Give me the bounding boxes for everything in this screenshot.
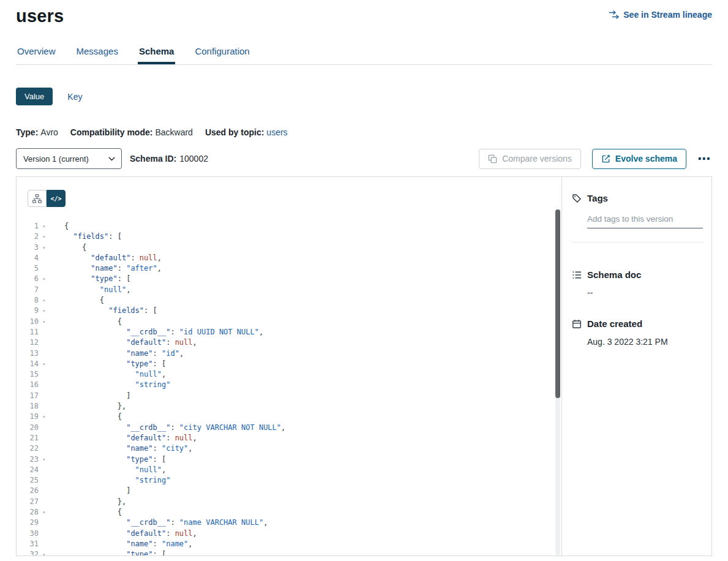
line-number: 5	[17, 263, 39, 274]
fold-toggle-icon[interactable]: ▾	[39, 549, 50, 555]
editor-scrollbar-thumb[interactable]	[555, 209, 560, 398]
fold-toggle-icon[interactable]: ▾	[39, 507, 50, 518]
code-line: 32▾ "type": [	[17, 549, 561, 555]
meta-compatibility: Compatibility mode:Backward	[70, 127, 193, 137]
meta-topic: Used by topic:users	[205, 127, 288, 137]
code-text: ]	[50, 486, 130, 496]
code-line: 30 "default": null,	[17, 529, 561, 539]
line-number: 14	[17, 359, 39, 369]
line-number: 20	[17, 423, 39, 433]
compare-versions-button[interactable]: Compare versions	[479, 149, 581, 169]
line-number: 21	[17, 433, 39, 443]
fold-gutter	[39, 285, 50, 295]
code-line: 26 ]	[17, 486, 561, 496]
line-number: 4	[17, 253, 39, 263]
tree-view-icon	[32, 194, 42, 203]
fold-toggle-icon[interactable]: ▾	[39, 295, 50, 306]
code-line: 20 "__crdb__": "city VARCHAR NOT NULL",	[17, 423, 561, 433]
fold-gutter	[39, 443, 50, 454]
code-view-button[interactable]: </>	[47, 190, 66, 207]
code-line: 6▾ "type": [	[17, 274, 561, 284]
code-text: "default": null,	[50, 253, 162, 263]
fold-toggle-icon[interactable]: ▾	[39, 359, 50, 369]
compare-versions-label: Compare versions	[502, 154, 572, 164]
code-line: 4 "default": null,	[17, 253, 561, 263]
code-text: "__crdb__": "id UUID NOT NULL",	[50, 327, 263, 337]
page-title: users	[16, 6, 712, 26]
code-text: "type": [	[50, 274, 130, 284]
tab-overview[interactable]: Overview	[16, 46, 57, 64]
editor-view-toggle: </>	[28, 190, 66, 207]
calendar-icon	[572, 319, 582, 329]
fold-toggle-icon[interactable]: ▾	[39, 317, 50, 327]
stream-lineage-link[interactable]: See in Stream lineage	[609, 10, 712, 20]
line-number: 1	[17, 221, 39, 232]
line-number: 3	[17, 243, 39, 253]
fold-toggle-icon[interactable]: ▾	[39, 412, 50, 422]
schema-doc-section: Schema doc --	[572, 269, 703, 298]
fold-gutter	[39, 518, 50, 528]
date-created-header: Date created	[572, 318, 703, 329]
fold-toggle-icon[interactable]: ▾	[39, 243, 50, 253]
line-number: 25	[17, 475, 39, 486]
line-number: 8	[17, 295, 39, 306]
code-line: 18 },	[17, 401, 561, 412]
code-text: "default": null,	[50, 529, 197, 539]
tab-messages[interactable]: Messages	[75, 46, 119, 64]
version-select[interactable]: Version 1 (current)	[16, 148, 122, 169]
schema-doc-title: Schema doc	[587, 269, 641, 280]
code-text: "default": null,	[50, 337, 197, 348]
line-number: 17	[17, 391, 39, 401]
code-lines: 1▾{2▾ "fields": [3▾ {4 "default": null,5…	[17, 221, 561, 555]
line-number: 28	[17, 507, 39, 518]
tab-schema[interactable]: Schema	[138, 46, 176, 64]
schema-editor[interactable]: </> 1▾{2▾ "fields": [3▾ {4 "default": nu…	[17, 177, 562, 555]
tags-input[interactable]	[587, 213, 703, 228]
code-text: "name": "after",	[50, 263, 162, 274]
code-text: {	[50, 295, 104, 306]
fold-gutter	[39, 380, 50, 390]
fold-gutter	[39, 486, 50, 496]
code-line: 29 "__crdb__": "name VARCHAR NULL",	[17, 518, 561, 528]
more-options-button[interactable]: ⋯	[696, 153, 712, 164]
tree-view-button[interactable]	[28, 190, 47, 207]
tags-section: Tags	[572, 193, 703, 243]
code-text: {	[50, 317, 122, 327]
fold-toggle-icon[interactable]: ▾	[39, 221, 50, 232]
type-label: Type:	[16, 127, 38, 137]
fold-toggle-icon[interactable]: ▾	[39, 274, 50, 284]
tab-configuration[interactable]: Configuration	[193, 46, 250, 64]
fold-toggle-icon[interactable]: ▾	[39, 454, 50, 465]
fold-gutter	[39, 529, 50, 539]
code-line: 9▾ "fields": [	[17, 306, 561, 316]
fold-toggle-icon[interactable]: ▾	[39, 306, 50, 316]
line-number: 19	[17, 412, 39, 422]
code-text: "name": "name",	[50, 539, 193, 549]
key-toggle-link[interactable]: Key	[67, 92, 82, 102]
compare-versions-icon	[488, 154, 497, 164]
code-line: 12 "default": null,	[17, 337, 561, 348]
fold-gutter	[39, 433, 50, 443]
topic-link[interactable]: users	[266, 127, 287, 137]
line-number: 9	[17, 306, 39, 316]
editor-scrollbar-track[interactable]	[555, 209, 560, 555]
code-line: 7 "null",	[17, 285, 561, 295]
line-number: 6	[17, 274, 39, 284]
line-number: 32	[17, 549, 39, 555]
line-number: 7	[17, 285, 39, 295]
line-number: 18	[17, 401, 39, 412]
fold-gutter	[39, 423, 50, 433]
tabs: OverviewMessagesSchemaConfiguration	[16, 46, 712, 65]
date-created-title: Date created	[587, 318, 642, 329]
code-text: "null",	[50, 285, 130, 295]
fold-gutter	[39, 263, 50, 274]
fold-toggle-icon[interactable]: ▾	[39, 232, 50, 242]
value-toggle-button[interactable]: Value	[16, 88, 53, 105]
code-text: {	[50, 412, 122, 422]
code-line: 8▾ {	[17, 295, 561, 306]
code-line: 19▾ {	[17, 412, 561, 422]
stream-lineage-icon	[609, 10, 619, 20]
evolve-schema-button[interactable]: Evolve schema	[592, 149, 686, 169]
code-line: 15 "null",	[17, 369, 561, 380]
fold-gutter	[39, 369, 50, 380]
